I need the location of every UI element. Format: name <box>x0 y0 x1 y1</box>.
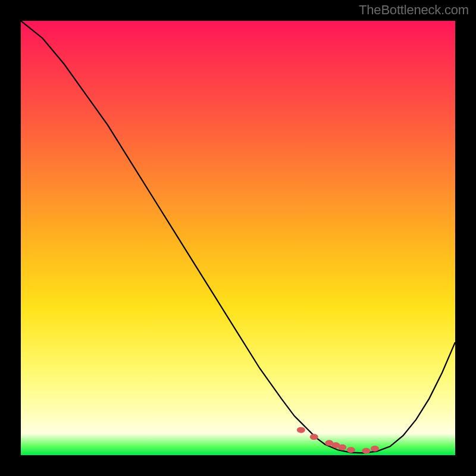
highlight-dot <box>371 446 379 452</box>
highlight-dot <box>310 434 318 440</box>
plot-area <box>21 21 455 455</box>
highlight-dot <box>297 427 305 433</box>
chart-container: TheBottleneck.com <box>0 0 476 476</box>
highlight-dot <box>347 447 355 453</box>
highlight-dot <box>338 444 346 450</box>
highlight-dot <box>362 448 370 454</box>
watermark-label: TheBottleneck.com <box>359 2 469 18</box>
chart-overlay <box>21 21 455 455</box>
bottleneck-curve <box>21 21 455 453</box>
